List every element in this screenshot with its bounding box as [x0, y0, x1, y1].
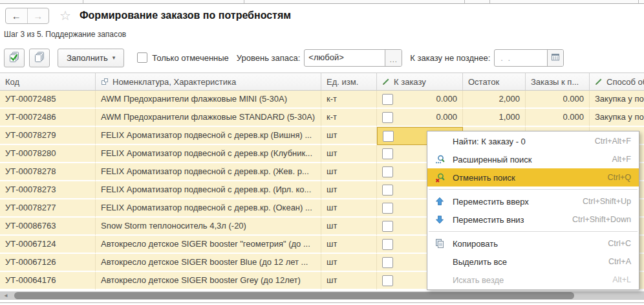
uncheck-all-button[interactable]	[29, 49, 50, 67]
copy-icon	[433, 238, 447, 249]
row-checkbox[interactable]	[382, 239, 393, 250]
menu-item-copy[interactable]: Копировать Ctrl+C	[427, 234, 639, 253]
chevron-down-icon: ▾	[113, 54, 116, 61]
app-window: ← → ☆ Формирование заказов по потребност…	[0, 0, 644, 305]
menu-item-move-up[interactable]: Переместить вверх Ctrl+Shift+Up	[427, 192, 639, 210]
menu-item-cancel-search[interactable]: Отменить поиск Ctrl+Q	[427, 168, 639, 186]
scrollbar-thumb[interactable]	[14, 292, 574, 299]
move-up-icon	[433, 196, 447, 207]
cancel-search-icon	[433, 172, 447, 183]
menu-item-find[interactable]: Найти: К заказу - 0 Ctrl+Alt+F	[427, 132, 639, 150]
check-all-button[interactable]	[4, 49, 25, 67]
menu-item-select-all[interactable]: Выделить все Ctrl+A	[427, 253, 639, 271]
stock-level-label: Уровень запаса:	[237, 53, 301, 63]
menu-item-advanced-search[interactable]: Расширенный поиск Alt+F	[427, 150, 639, 168]
to-order-cell[interactable]: 0.000	[377, 91, 463, 109]
row-checkbox[interactable]	[383, 131, 394, 142]
calendar-icon	[551, 52, 560, 63]
upper-window-edge	[0, 0, 644, 4]
menu-separator	[429, 231, 638, 232]
table-row: УТ-00072486 AWM Предохранители флажковые…	[0, 109, 644, 127]
fill-button-label: Заполнить	[67, 53, 108, 63]
column-header-nomenclature[interactable]: Номенклатура, Характеристика	[96, 73, 321, 90]
table-row: УТ-00072485 AWM Предохранители флажковые…	[0, 91, 644, 109]
column-header-orders[interactable]: Заказы к п...	[526, 73, 590, 90]
favorite-star-icon[interactable]: ☆	[59, 9, 71, 22]
row-checkbox[interactable]	[382, 257, 393, 268]
calendar-button[interactable]	[547, 50, 563, 66]
stock-level-combo: <любой> ...	[304, 49, 402, 67]
no-icon	[433, 256, 447, 267]
no-icon	[433, 136, 447, 146]
menu-separator	[429, 189, 638, 190]
step-indicator: Шаг 3 из 5. Поддержание запасов	[4, 30, 126, 39]
order-due-input[interactable]: . .	[495, 50, 547, 66]
order-due-field: . .	[494, 49, 564, 67]
order-due-label: К заказу не позднее:	[410, 53, 490, 63]
to-order-cell[interactable]: 0.000	[377, 109, 463, 127]
column-header-unit[interactable]: Ед. изм.	[321, 73, 377, 90]
scroll-left-icon[interactable]: ◄	[3, 293, 8, 299]
row-checkbox[interactable]	[382, 221, 393, 232]
column-header-stock[interactable]: Остаток	[463, 73, 526, 90]
row-checkbox[interactable]	[382, 166, 393, 177]
only-marked-label: Только отмеченные	[152, 53, 228, 63]
table-header: Код Номенклатура, Характеристика Ед. изм…	[0, 73, 644, 91]
menu-item-move-down[interactable]: Переместить вниз Ctrl+Shift+Down	[427, 210, 639, 229]
row-checkbox[interactable]	[382, 94, 393, 105]
column-header-method[interactable]: Способ об	[590, 73, 644, 90]
no-icon	[433, 275, 447, 285]
pencil-icon	[382, 78, 390, 85]
column-header-to-order[interactable]: К заказу	[377, 73, 463, 90]
nav-buttons: ← →	[5, 8, 49, 24]
pencil-icon	[595, 78, 603, 85]
window-icon	[101, 78, 109, 85]
advanced-search-icon	[433, 154, 447, 164]
forward-button[interactable]: →	[28, 8, 49, 23]
move-down-icon	[433, 214, 447, 225]
window-bottom-edge	[0, 302, 644, 303]
stock-level-more-button[interactable]: ...	[385, 50, 402, 66]
back-button[interactable]: ←	[6, 8, 28, 23]
stock-level-input[interactable]: <любой>	[305, 50, 385, 66]
context-menu: Найти: К заказу - 0 Ctrl+Alt+F Расширенн…	[427, 131, 639, 290]
toolbar: Заполнить ▾ Только отмеченные Уровень за…	[4, 48, 644, 67]
row-checkbox[interactable]	[382, 275, 393, 286]
column-header-code[interactable]: Код	[0, 73, 96, 90]
row-checkbox[interactable]	[382, 148, 393, 159]
menu-item-search-everywhere: Искать везде Alt+L	[427, 271, 639, 289]
row-checkbox[interactable]	[382, 203, 393, 214]
pages-check-icon	[8, 51, 20, 65]
pages-icon	[34, 51, 45, 65]
horizontal-scrollbar[interactable]: ◄	[0, 291, 644, 300]
only-marked-checkbox[interactable]	[137, 52, 147, 63]
row-checkbox[interactable]	[382, 112, 393, 123]
page-title: Формирование заказов по потребностям	[80, 10, 291, 21]
fill-button[interactable]: Заполнить ▾	[58, 49, 124, 67]
row-checkbox[interactable]	[382, 185, 393, 196]
